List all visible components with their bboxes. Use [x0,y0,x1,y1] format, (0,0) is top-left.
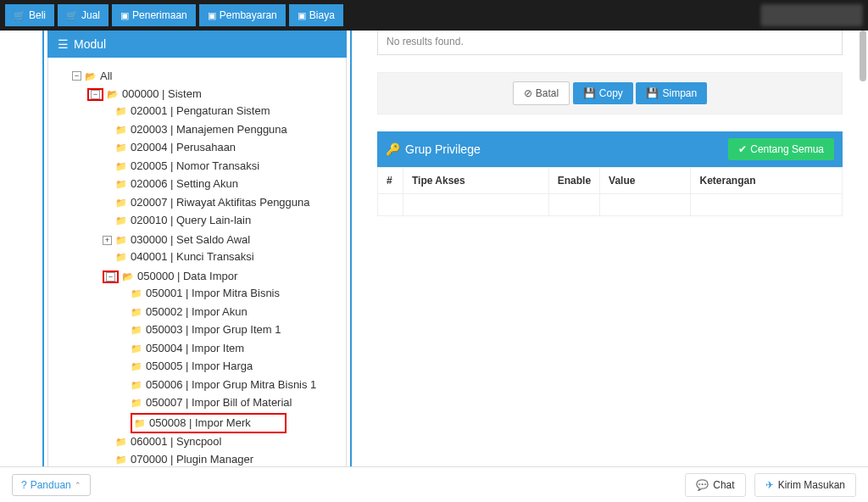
folder-icon: 📁 [131,321,142,338]
folder-icon: 📁 [134,415,146,432]
col-value: Value [600,168,691,194]
top-biaya-button[interactable]: ▣Biaya [289,4,343,26]
tree-item-050005[interactable]: 📁050005 | Impor Harga [116,358,254,375]
tree-label: 020007 | Riwayat Aktifitas Pengguna [131,194,310,211]
tree-label: 050004 | Impor Item [146,340,244,357]
grup-privilege-header: 🔑Grup Privilege ✔Centang Semua [377,131,843,167]
folder-icon: 📁 [115,103,127,120]
tree-item-020007[interactable]: 📁020007 | Riwayat Aktifitas Pengguna [101,194,312,211]
tree-item-020004[interactable]: 📁020004 | Perusahaan [101,139,237,156]
tree-item-050004[interactable]: 📁050004 | Impor Item [116,340,246,357]
modul-tree: −📂All−📂000000 | Sistem📁020001 | Pengatur… [47,58,347,466]
user-info-blurred [761,4,863,26]
no-results-message: No results found. [377,31,843,55]
tree-label: 050008 | Impor Merk [149,415,251,432]
folder-icon: 📁 [115,433,127,450]
tree-item-020010[interactable]: 📁020010 | Query Lain-lain [101,212,253,229]
tree-label: 020003 | Manajemen Pengguna [131,121,287,138]
list-icon: ☰ [58,37,69,51]
tree-label: 050003 | Impor Grup Item 1 [146,321,281,338]
save-icon: 💾 [646,87,659,99]
tree-label: 040001 | Kunci Transaksi [131,248,254,265]
folder-icon: 📁 [115,451,127,466]
expand-icon[interactable]: + [103,236,112,245]
collapse-icon[interactable]: − [72,71,81,81]
top-jual-button[interactable]: 🛒Jual [58,4,108,26]
tree-label: 050002 | Impor Akun [146,304,248,321]
scrollbar[interactable] [858,31,866,466]
cash-icon: ▣ [298,10,306,21]
folder-icon: 📁 [115,139,127,156]
folder-icon: 📁 [115,194,127,211]
tree-label: 050000 | Data Impor [137,268,237,285]
tree-item-050000[interactable]: −📂050000 | Data Impor [101,268,239,285]
key-icon: 🔑 [386,142,400,156]
collapse-icon[interactable]: − [106,272,115,282]
col-index: # [378,168,403,194]
folder-icon: 📁 [131,304,142,321]
folder-icon: 📁 [115,212,127,229]
tree-label: 070000 | Plugin Manager [131,451,253,466]
tree-label: All [100,68,112,85]
tree-item-020001[interactable]: 📁020001 | Pengaturan Sistem [101,103,272,120]
copy-button[interactable]: 💾Copy [573,82,633,104]
tree-label: 050001 | Impor Mitra Bisnis [146,285,280,302]
tree-item-050003[interactable]: 📁050003 | Impor Grup Item 1 [116,321,282,338]
check-icon: ✔ [738,143,747,155]
top-penerimaan-button[interactable]: ▣Penerimaan [112,4,196,26]
tree-root-all[interactable]: −📂All [70,68,114,85]
tree-label: 050006 | Impor Grup Mitra Bisnis 1 [146,376,316,393]
tree-item-040001[interactable]: 📁040001 | Kunci Transaksi [101,248,256,265]
tree-label: 050005 | Impor Harga [146,358,253,375]
tree-item-030000[interactable]: +📁030000 | Set Saldo Awal [101,231,252,248]
batal-button[interactable]: ⊘Batal [513,81,570,105]
simpan-button[interactable]: 💾Simpan [636,82,707,104]
modul-title: Modul [74,37,106,51]
tree-label: 000000 | Sistem [122,86,202,103]
folder-open-icon: 📂 [107,86,119,103]
folder-icon: 📁 [115,121,127,138]
folder-open-icon: 📂 [85,68,97,85]
tree-label: 020001 | Pengaturan Sistem [131,103,270,120]
tree-item-020006[interactable]: 📁020006 | Setting Akun [101,176,240,192]
top-pembayaran-button[interactable]: ▣Pembayaran [199,4,286,26]
folder-icon: 📁 [131,285,142,302]
tree-item-050001[interactable]: 📁050001 | Impor Mitra Bisnis [116,285,281,302]
collapse-icon[interactable]: − [91,90,100,99]
tree-label: 030000 | Set Saldo Awal [131,231,250,248]
centang-semua-button[interactable]: ✔Centang Semua [728,138,834,160]
folder-icon: 📁 [115,248,127,265]
col-keterangan: Keterangan [691,168,843,194]
folder-icon: 📁 [115,176,127,192]
action-bar: ⊘Batal 💾Copy 💾Simpan [377,72,843,114]
folder-icon: 📁 [131,358,142,375]
folder-open-icon: 📂 [122,268,134,285]
tree-label: 060001 | Syncpool [131,433,221,450]
folder-icon: 📁 [115,231,127,248]
tree-item-050007[interactable]: 📁050007 | Impor Bill of Material [116,394,293,411]
cancel-icon: ⊘ [524,87,532,99]
tree-item-060001[interactable]: 📁060001 | Syncpool [101,433,223,450]
tree-item-000000[interactable]: −📂000000 | Sistem [86,86,203,103]
tree-item-050006[interactable]: 📁050006 | Impor Grup Mitra Bisnis 1 [116,376,318,393]
tree-label: 020004 | Perusahaan [131,139,236,156]
tree-item-020005[interactable]: 📁020005 | Nomor Transaksi [101,158,261,175]
col-enable: Enable [548,168,599,194]
top-beli-button[interactable]: 🛒Beli [5,4,54,26]
tree-item-020003[interactable]: 📁020003 | Manajemen Pengguna [101,121,289,138]
cart-icon: 🛒 [66,10,78,21]
modul-panel-header: ☰ Modul [47,31,347,58]
folder-icon: 📁 [131,340,142,357]
cash-icon: ▣ [208,10,216,21]
tree-item-070000[interactable]: 📁070000 | Plugin Manager [101,451,255,466]
save-icon: 💾 [583,87,596,99]
topbar: 🛒Beli 🛒Jual ▣Penerimaan ▣Pembayaran ▣Bia… [0,0,868,31]
tree-label: 050007 | Impor Bill of Material [146,394,292,411]
folder-icon: 📁 [131,394,142,411]
privilege-table: # Tipe Akses Enable Value Keterangan [377,167,843,216]
tree-label: 020005 | Nomor Transaksi [131,158,259,175]
col-tipe-akses: Tipe Akses [403,168,549,194]
tree-item-050002[interactable]: 📁050002 | Impor Akun [116,304,249,321]
tree-item-050008[interactable]: 📁050008 | Impor Merk [116,413,288,433]
cart-icon: 🛒 [14,10,25,21]
